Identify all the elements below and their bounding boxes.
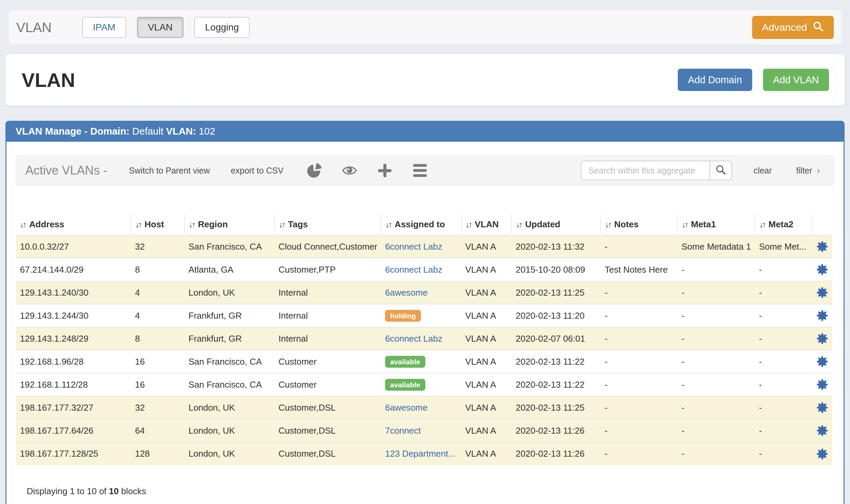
column-header-address[interactable]: ↓↑Address [16,214,131,235]
tab-ipam[interactable]: IPAM [82,17,126,38]
search-submit-button[interactable] [710,161,732,180]
filter-link[interactable]: filter › [796,165,820,176]
cell-actions [812,419,832,442]
column-header-tags[interactable]: ↓↑Tags [275,214,381,235]
sort-icon: ↓↑ [759,220,765,229]
cell-meta1: - [677,327,755,350]
cell-host: 32 [131,235,184,258]
cell-tags: Customer,PTP [275,258,381,281]
advanced-button-label: Advanced [762,22,807,33]
cell-actions [812,281,832,304]
table-row: 129.143.1.240/30 4 London, UK Internal 6… [16,281,832,304]
gear-icon[interactable] [816,448,829,461]
pie-chart-icon[interactable] [306,163,322,178]
export-csv-link[interactable]: export to CSV [231,166,284,176]
column-header-meta2[interactable]: ↓↑Meta2 [755,214,812,235]
column-header-region[interactable]: ↓↑Region [184,214,275,235]
search-input[interactable] [581,161,710,180]
cell-host: 8 [131,258,184,281]
cell-meta2: - [755,419,812,442]
status-badge-holding: holding [385,310,421,322]
chevron-right-icon: › [817,165,820,176]
gear-icon[interactable] [816,240,829,253]
cell-region: San Francisco, CA [184,373,275,396]
gear-icon[interactable] [816,424,829,437]
assigned-to-link[interactable]: 6connect Labz [385,241,442,252]
cell-region: London, UK [184,281,275,304]
cell-meta2: - [755,304,812,327]
cell-host: 4 [131,281,184,304]
table-row: 10.0.0.32/27 32 San Francisco, CA Cloud … [16,235,832,258]
pagination-prefix: Displaying 1 to 10 of [27,486,109,496]
plus-icon[interactable] [377,163,392,178]
cell-updated: 2020-02-13 11:25 [512,396,601,419]
cell-notes: - [601,442,677,465]
add-domain-button[interactable]: Add Domain [678,69,752,91]
cell-meta1: - [677,258,755,281]
gear-icon[interactable] [816,355,829,368]
clear-link[interactable]: clear [754,166,772,176]
cell-address: 192.168.1.112/28 [16,373,131,396]
column-header-notes[interactable]: ↓↑Notes [601,214,677,235]
sort-icon: ↓↑ [466,220,471,229]
switch-parent-view-link[interactable]: Switch to Parent view [129,166,210,176]
vlan-table: ↓↑Address↓↑Host↓↑Region↓↑Tags↓↑Assigned … [16,214,832,465]
gear-icon[interactable] [816,378,829,391]
assigned-to-link[interactable]: 6connect Labz [385,334,442,344]
assigned-to-link[interactable]: 6connect Labz [385,265,442,275]
cell-meta1: - [677,373,755,396]
add-vlan-button[interactable]: Add VLAN [763,69,829,91]
cell-notes: - [601,396,677,419]
assigned-to-link[interactable]: 6awesome [385,288,428,298]
cell-updated: 2020-02-13 11:22 [512,373,601,396]
gear-icon[interactable] [816,263,829,276]
cell-actions [812,442,832,465]
sort-icon: ↓↑ [20,220,26,229]
cell-vlan: VLAN A [461,419,512,442]
cell-tags: Internal [275,304,381,327]
cell-address: 129.143.1.248/29 [16,327,131,350]
cell-meta1: - [677,419,755,442]
tab-logging[interactable]: Logging [194,17,250,38]
tab-vlan[interactable]: VLAN [137,17,183,38]
table-row: 129.143.1.248/29 8 Frankfurt, GR Interna… [16,327,832,350]
search-icon [715,164,726,177]
sort-icon: ↓↑ [605,220,611,229]
cell-address: 67.214.144.0/29 [16,258,131,281]
pagination-suffix: blocks [119,486,146,496]
cell-meta2: - [755,258,812,281]
cell-updated: 2020-02-13 11:20 [512,304,601,327]
cell-host: 4 [131,304,184,327]
cell-address: 129.143.1.240/30 [16,281,131,304]
menu-icon[interactable] [412,163,428,178]
gear-icon[interactable] [816,309,829,322]
column-header-assigned-to[interactable]: ↓↑Assigned to [381,214,461,235]
panel-heading-vlan-value: 102 [196,126,215,137]
gear-icon[interactable] [816,286,829,299]
column-header-meta1[interactable]: ↓↑Meta1 [677,214,755,235]
table-row: 67.214.144.0/29 8 Atlanta, GA Customer,P… [16,258,832,281]
advanced-search-button[interactable]: Advanced [752,16,834,39]
panel-heading-domain-label: VLAN Manage - Domain: [16,126,129,137]
cell-meta2: - [755,350,812,373]
cell-region: London, UK [184,419,275,442]
sort-icon: ↓↑ [279,220,285,229]
nav-tab-group: IPAM VLAN Logging [82,17,250,38]
column-header-updated[interactable]: ↓↑Updated [512,214,601,235]
assigned-to-link[interactable]: 6awesome [385,402,428,413]
cell-meta2: - [755,327,812,350]
eye-icon[interactable] [342,163,357,178]
cell-region: San Francisco, CA [184,235,275,258]
gear-icon[interactable] [816,401,829,414]
column-header-vlan[interactable]: ↓↑VLAN [461,214,512,235]
assigned-to-link[interactable]: 123 Department... [385,449,456,459]
cell-vlan: VLAN A [461,396,512,419]
gear-icon[interactable] [816,332,829,345]
cell-meta2: Some Met... [755,235,812,258]
vlan-manage-panel: VLAN Manage - Domain: Default VLAN: 102 … [5,121,845,504]
column-header-host[interactable]: ↓↑Host [131,214,184,235]
table-header-row: ↓↑Address↓↑Host↓↑Region↓↑Tags↓↑Assigned … [16,214,832,235]
cell-notes: Test Notes Here [601,258,677,281]
assigned-to-link[interactable]: 7connect [385,426,421,436]
pagination-count: 10 [109,486,119,496]
